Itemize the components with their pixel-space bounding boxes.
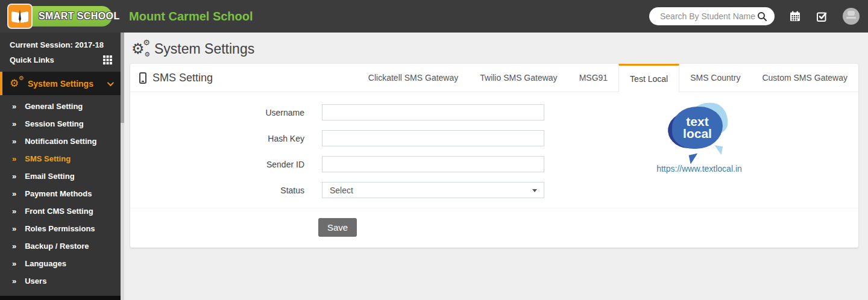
save-button[interactable]: Save: [318, 218, 357, 237]
sidebar-item-label: Front CMS Setting: [25, 207, 93, 216]
chevron-down-icon: [107, 79, 114, 86]
app-logo-area: SMART SCHOOL: [0, 4, 121, 29]
quick-links[interactable]: Quick Links: [0, 49, 121, 64]
form-row-username: Username: [130, 104, 858, 120]
main-content: ⚙ ⚙ ⚙ System Settings SMS Setting Clicka…: [124, 33, 868, 300]
sms-gateway-tabs: Clickatell SMS Gateway Twilio SMS Gatewa…: [357, 64, 858, 92]
current-session-label: Current Session: 2017-18: [0, 33, 121, 49]
sidebar-item-label: Session Setting: [25, 119, 84, 128]
tab-msg91[interactable]: MSG91: [568, 64, 618, 92]
sidebar-item-label: Users: [25, 277, 46, 286]
grid-icon[interactable]: [103, 55, 112, 64]
status-select[interactable]: Select: [322, 182, 544, 198]
tab-clickatell-sms-gateway[interactable]: Clickatell SMS Gateway: [357, 64, 469, 92]
sidebar-item-label: Notification Setting: [25, 137, 96, 146]
caret-down-icon: [532, 189, 537, 192]
left-sidebar: Current Session: 2017-18 Quick Links ⚙ ⚙…: [0, 33, 121, 300]
search-icon[interactable]: [757, 11, 767, 22]
page-title-row: ⚙ ⚙ ⚙ System Settings: [124, 33, 868, 64]
card-title: SMS Setting: [139, 64, 213, 92]
logo-text: SMART SCHOOL: [39, 11, 120, 22]
school-name-title: Mount Carmel School: [129, 10, 253, 23]
username-label: Username: [130, 108, 304, 117]
sidebar-item-email-setting[interactable]: » Email Setting: [0, 167, 121, 185]
tab-test-local[interactable]: Test Local: [618, 64, 679, 92]
sidebar-item-label: General Setting: [25, 102, 83, 111]
textlocal-logo: text local: [668, 102, 731, 158]
sidebar-item-languages[interactable]: » Languages: [0, 255, 121, 272]
gears-icon: ⚙ ⚙: [10, 78, 24, 90]
calendar-icon[interactable]: [789, 10, 801, 22]
status-select-value: Select: [330, 186, 353, 195]
chevron-double-icon: »: [12, 242, 16, 251]
mobile-phone-icon: [139, 72, 146, 84]
sidebar-item-payment-methods[interactable]: » Payment Methods: [0, 185, 121, 202]
sidebar-bottom-divider: [0, 296, 121, 300]
sidebar-item-label: Languages: [25, 259, 66, 268]
chevron-double-icon: »: [12, 119, 16, 128]
open-book-icon: [7, 4, 33, 29]
chevron-double-icon: »: [12, 207, 16, 216]
sidebar-parent-label: System Settings: [28, 79, 93, 89]
sidebar-item-system-settings[interactable]: ⚙ ⚙ System Settings: [0, 72, 121, 95]
gears-icon: ⚙ ⚙ ⚙: [131, 40, 152, 57]
tab-sms-country[interactable]: SMS Country: [679, 64, 751, 92]
chevron-double-icon: »: [12, 189, 16, 198]
tasks-check-icon[interactable]: [816, 10, 828, 23]
header-actions: [649, 7, 868, 25]
sidebar-item-backup-restore[interactable]: » Backup / Restore: [0, 237, 121, 255]
chevron-double-icon: »: [12, 224, 16, 233]
sidebar-item-label: Payment Methods: [25, 189, 92, 198]
textlocal-link[interactable]: https://www.textlocal.in: [656, 164, 742, 173]
search-input[interactable]: [659, 11, 757, 22]
sidebar-item-notification-setting[interactable]: » Notification Setting: [0, 133, 121, 150]
sidebar-item-users[interactable]: » Users: [0, 272, 121, 290]
hash-key-field[interactable]: [322, 130, 544, 146]
chevron-double-icon: »: [12, 277, 16, 286]
chevron-double-icon: »: [12, 259, 16, 268]
textlocal-logo-word2: local: [683, 128, 712, 140]
card-title-text: SMS Setting: [153, 72, 213, 84]
sender-id-field[interactable]: [322, 156, 544, 172]
quick-links-label: Quick Links: [10, 55, 54, 64]
textlocal-provider-block: text local https://www.textlocal.in: [650, 102, 749, 174]
page-title: System Settings: [154, 41, 254, 57]
card-header: SMS Setting Clickatell SMS Gateway Twili…: [130, 64, 858, 92]
sender-id-label: Sender ID: [130, 160, 304, 169]
top-header-bar: SMART SCHOOL Mount Carmel School: [0, 0, 868, 33]
smart-school-logo[interactable]: SMART SCHOOL: [7, 4, 113, 29]
tab-custom-sms-gateway[interactable]: Custom SMS Gateway: [751, 64, 858, 92]
sidebar-item-label: SMS Setting: [25, 154, 71, 163]
sidebar-item-session-setting[interactable]: » Session Setting: [0, 115, 121, 133]
status-label: Status: [130, 186, 304, 195]
sidebar-item-sms-setting[interactable]: » SMS Setting: [0, 150, 121, 167]
card-footer: Save: [130, 208, 858, 248]
sidebar-item-label: Roles Permissions: [25, 224, 95, 233]
sidebar-item-label: Email Setting: [25, 172, 74, 181]
form-row-sender-id: Sender ID: [130, 156, 858, 172]
sidebar-item-label: Backup / Restore: [25, 242, 89, 251]
user-avatar[interactable]: [843, 8, 860, 25]
card-body: Username Hash Key Sender ID Status Selec…: [130, 92, 858, 198]
chevron-double-icon: »: [12, 137, 16, 146]
username-field[interactable]: [322, 104, 544, 120]
chevron-double-icon: »: [12, 154, 16, 163]
sms-setting-card: SMS Setting Clickatell SMS Gateway Twili…: [130, 64, 858, 248]
tab-twilio-sms-gateway[interactable]: Twilio SMS Gateway: [469, 64, 568, 92]
form-row-status: Status Select: [130, 182, 858, 198]
hash-key-label: Hash Key: [130, 134, 304, 143]
form-row-hash-key: Hash Key: [130, 130, 858, 146]
chevron-double-icon: »: [12, 172, 16, 181]
sidebar-item-roles-permissions[interactable]: » Roles Permissions: [0, 220, 121, 237]
student-search-box: [649, 7, 775, 25]
system-settings-submenu: » General Setting » Session Setting » No…: [0, 98, 121, 300]
sidebar-item-general-setting[interactable]: » General Setting: [0, 98, 121, 115]
textlocal-logo-word1: text: [686, 116, 708, 128]
chevron-double-icon: »: [12, 102, 16, 111]
sidebar-item-front-cms-setting[interactable]: » Front CMS Setting: [0, 202, 121, 220]
